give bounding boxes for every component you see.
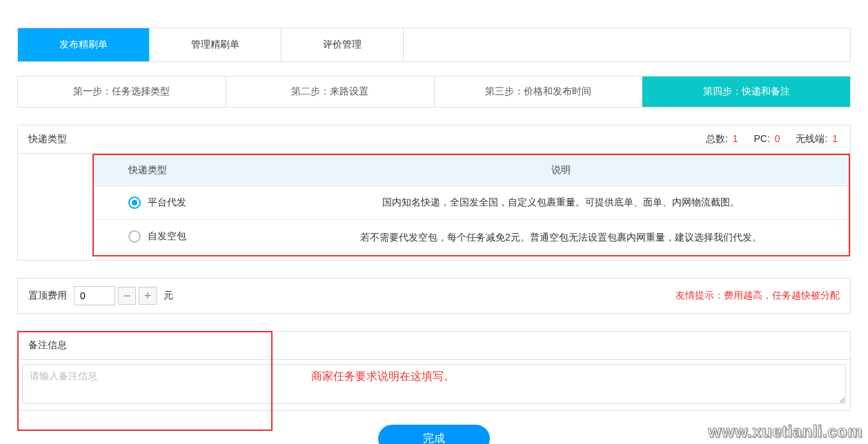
radio-self-label: 自发空包 — [148, 230, 186, 243]
counts-pc-value: 0 — [775, 133, 780, 144]
remark-hint: 商家任务要求说明在这填写。 — [311, 370, 455, 384]
counts-total-value: 1 — [733, 133, 738, 144]
step-2[interactable]: 第二步：来路设置 — [226, 77, 435, 107]
step-4[interactable]: 第四步：快递和备注 — [642, 77, 850, 107]
delivery-counts: 总数: 1 PC: 0 无线端: 1 — [706, 133, 840, 145]
table-row: 自发空包 若不需要代发空包，每个任务减免2元。普通空包无法设置包裹内网重量，建议… — [94, 220, 849, 256]
main-tabs: 发布精刷单 管理精刷单 评价管理 — [17, 28, 851, 62]
topfee-label: 置顶费用 — [28, 290, 67, 302]
tab-review[interactable]: 评价管理 — [282, 28, 404, 61]
remark-label: 备注信息 — [17, 331, 851, 359]
delivery-table: 快递类型 说明 平台代发 国内知名快递，全国发全国，自定义包裹重量。可提供底单、… — [94, 155, 849, 255]
radio-icon — [128, 230, 141, 243]
delivery-highlight-box: 快递类型 说明 平台代发 国内知名快递，全国发全国，自定义包裹重量。可提供底单、… — [92, 154, 850, 256]
delivery-section-title: 快递类型 — [28, 133, 67, 145]
remark-section: 备注信息 商家任务要求说明在这填写。 — [17, 331, 851, 411]
radio-platform[interactable]: 平台代发 — [128, 196, 186, 209]
topfee-input[interactable] — [74, 286, 115, 305]
delivery-panel: 快递类型 说明 平台代发 国内知名快递，全国发全国，自定义包裹重量。可提供底单、… — [17, 154, 851, 261]
topfee-unit: 元 — [164, 290, 173, 302]
counts-total-label: 总数: — [706, 133, 728, 144]
th-type: 快递类型 — [94, 155, 273, 186]
radio-platform-label: 平台代发 — [148, 196, 186, 209]
delivery-section-header: 快递类型 总数: 1 PC: 0 无线端: 1 — [17, 125, 851, 154]
topfee-hint: 友情提示：费用越高，任务越快被分配 — [675, 290, 840, 302]
th-desc: 说明 — [273, 155, 849, 186]
topfee-row: 置顶费用 − + 元 友情提示：费用越高，任务越快被分配 — [17, 278, 851, 314]
increment-button[interactable]: + — [139, 287, 157, 305]
counts-mobile-value: 1 — [832, 133, 838, 144]
submit-button[interactable]: 完成 — [378, 425, 490, 444]
tab-manage[interactable]: 管理精刷单 — [150, 28, 282, 61]
remark-body: 商家任务要求说明在这填写。 — [17, 359, 851, 411]
desc-self: 若不需要代发空包，每个任务减免2元。普通空包无法设置包裹内网重量，建议选择我们代… — [273, 220, 849, 256]
tab-publish[interactable]: 发布精刷单 — [18, 28, 150, 61]
step-tabs: 第一步：任务选择类型 第二步：来路设置 第三步：价格和发布时间 第四步：快递和备… — [17, 76, 851, 108]
decrement-button[interactable]: − — [118, 287, 136, 305]
radio-icon — [128, 196, 141, 209]
step-1[interactable]: 第一步：任务选择类型 — [18, 77, 226, 107]
desc-platform: 国内知名快递，全国发全国，自定义包裹重量。可提供底单、面单、内网物流截图。 — [273, 186, 849, 220]
radio-self[interactable]: 自发空包 — [128, 230, 186, 243]
step-3[interactable]: 第三步：价格和发布时间 — [435, 77, 643, 107]
table-row: 平台代发 国内知名快递，全国发全国，自定义包裹重量。可提供底单、面单、内网物流截… — [94, 186, 849, 220]
counts-pc-label: PC: — [754, 133, 770, 144]
watermark: www.xuetianli.com — [708, 422, 862, 441]
counts-mobile-label: 无线端: — [796, 133, 827, 144]
